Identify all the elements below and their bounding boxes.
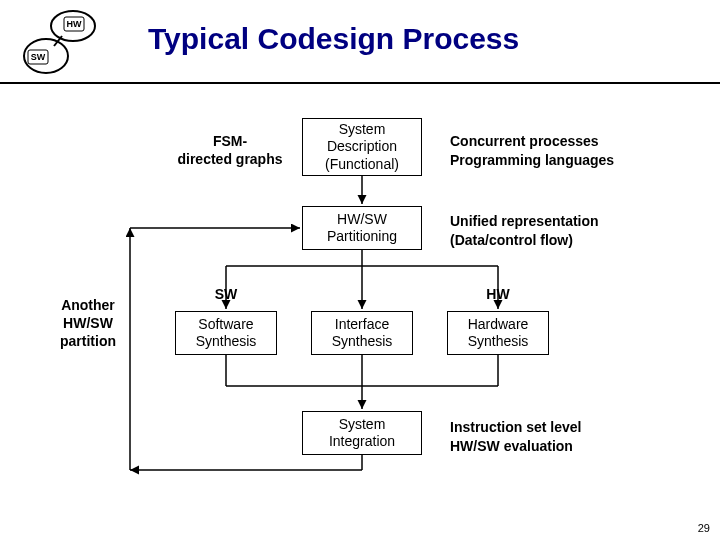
flow-arrows xyxy=(0,0,720,540)
slide: HW SW Typical Codesign Process SystemDes… xyxy=(0,0,720,540)
slide-number: 29 xyxy=(698,522,710,534)
